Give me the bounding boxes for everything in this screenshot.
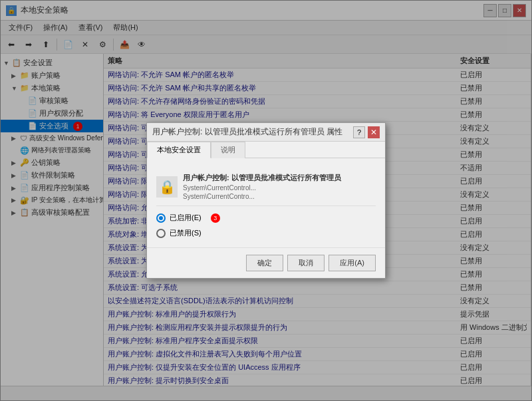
radio-disabled[interactable]: 已禁用(S)	[156, 228, 376, 238]
modal-policy-path2: System\CurrentContro...	[183, 193, 341, 200]
modal-radio-section: 已启用(E) 3 已禁用(S)	[156, 213, 376, 238]
modal-policy-details: 用户帐户控制: 以管理员批准模式运行所有管理员 System\CurrentCo…	[183, 173, 341, 200]
radio-disabled-circle	[156, 229, 166, 238]
modal-footer: 确定 取消 应用(A)	[147, 247, 385, 278]
modal-policy-path1: System\CurrentControl...	[183, 184, 341, 192]
modal-tabs: 本地安全设置 说明	[147, 142, 385, 158]
modal-title-text: 用户帐户控制: 以管理员批准模式运行所有管理员 属性	[152, 126, 342, 138]
modal-title-bar: 用户帐户控制: 以管理员批准模式运行所有管理员 属性 ? ✕	[147, 123, 385, 142]
modal-apply-button[interactable]: 应用(A)	[329, 255, 376, 271]
modal-close-button[interactable]: ✕	[368, 126, 380, 138]
modal-tab-local-security[interactable]: 本地安全设置	[147, 142, 211, 158]
modal-policy-info: 🔒 用户帐户控制: 以管理员批准模式运行所有管理员 System\Current…	[156, 168, 376, 206]
modal-policy-icon-symbol: 🔒	[159, 179, 176, 195]
radio-group: 已启用(E) 3 已禁用(S)	[156, 213, 376, 238]
radio-enabled-dot	[159, 216, 163, 220]
modal-body: 🔒 用户帐户控制: 以管理员批准模式运行所有管理员 System\Current…	[147, 158, 385, 247]
radio-enabled-label: 已启用(E)	[170, 213, 201, 223]
modal-cancel-button[interactable]: 取消	[287, 255, 325, 271]
radio-disabled-label: 已禁用(S)	[170, 228, 201, 238]
modal-overlay: 用户帐户控制: 以管理员批准模式运行所有管理员 属性 ? ✕ 本地安全设置 说明…	[0, 0, 532, 401]
modal-policy-name: 用户帐户控制: 以管理员批准模式运行所有管理员	[183, 173, 341, 183]
badge-3: 3	[211, 213, 220, 223]
modal-dialog: 用户帐户控制: 以管理员批准模式运行所有管理员 属性 ? ✕ 本地安全设置 说明…	[146, 122, 386, 279]
radio-enabled-circle	[156, 213, 166, 223]
modal-policy-icon: 🔒	[156, 176, 178, 198]
modal-title-controls: ? ✕	[353, 126, 380, 138]
modal-tab-description[interactable]: 说明	[211, 142, 245, 158]
radio-enabled[interactable]: 已启用(E) 3	[156, 213, 376, 223]
modal-help-button[interactable]: ?	[353, 126, 365, 138]
modal-ok-button[interactable]: 确定	[246, 255, 283, 271]
